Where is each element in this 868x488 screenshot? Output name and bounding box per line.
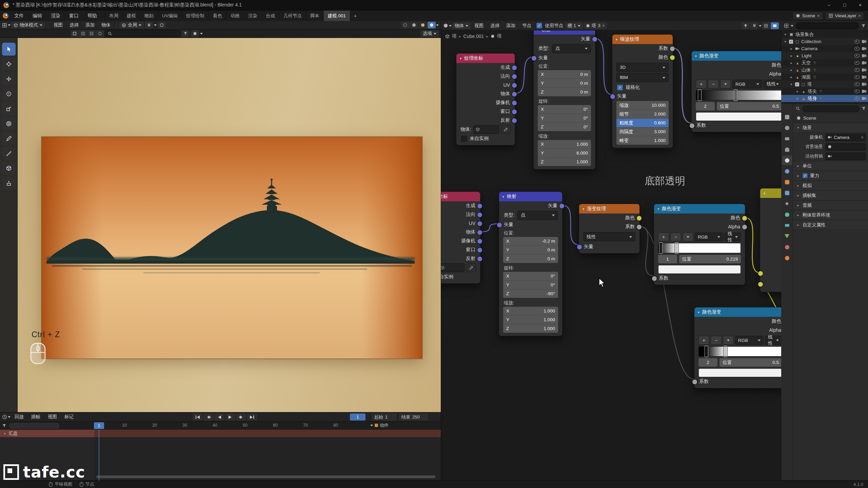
tab-geometry-nodes[interactable]: 几何节点 xyxy=(279,11,306,21)
shading-options-icon[interactable] xyxy=(436,24,439,27)
section-gravity[interactable]: ▸ ✓ 重力 xyxy=(793,171,868,181)
expand-icon[interactable]: ▸ xyxy=(789,54,793,58)
render-toggle[interactable] xyxy=(862,97,866,100)
shader-type-dropdown[interactable]: 物体 xyxy=(452,22,471,29)
stop-index-field[interactable]: 2 xyxy=(698,358,717,367)
rendered-shading-button[interactable] xyxy=(428,22,436,28)
tab-uv-editing[interactable]: UV编辑 xyxy=(158,11,182,21)
vector-output-socket[interactable] xyxy=(477,221,482,226)
channel-search-field[interactable] xyxy=(8,422,60,429)
eyedropper-button[interactable] xyxy=(501,125,511,134)
vector-input-socket[interactable] xyxy=(531,56,537,61)
stop-index-field[interactable]: 2 xyxy=(696,102,715,110)
object-field[interactable] xyxy=(441,263,465,272)
background-scene-field[interactable] xyxy=(825,143,866,151)
scale-y-field[interactable]: Y1.000 xyxy=(503,315,558,324)
object-field[interactable] xyxy=(473,125,499,134)
node-header[interactable]: ▾ 映射 xyxy=(499,192,562,201)
position-z-field[interactable]: Z0 m xyxy=(538,87,591,96)
mode-dropdown[interactable]: 物体模式 xyxy=(11,22,45,28)
active-clip-field[interactable] xyxy=(825,152,866,160)
menu-view[interactable]: 视图 xyxy=(51,21,66,29)
node-header[interactable]: ▾ 噪波纹理 xyxy=(612,35,673,44)
menu-keying[interactable]: 插帧 xyxy=(28,414,44,420)
vector-output-socket[interactable] xyxy=(477,230,482,235)
collapse-icon[interactable]: ▾ xyxy=(502,195,504,199)
tab-modifiers[interactable] xyxy=(782,188,792,198)
editor-type-icon[interactable] xyxy=(2,414,7,420)
unlink-material-icon[interactable]: × xyxy=(602,23,605,28)
node-header[interactable]: ▾ 颜色渐变 xyxy=(654,204,745,214)
maximize-button[interactable]: □ xyxy=(837,0,852,11)
minimize-button[interactable]: − xyxy=(821,0,837,11)
vector-output-socket[interactable] xyxy=(592,37,597,42)
scale-z-field[interactable]: Z1.000 xyxy=(538,157,591,166)
outliner[interactable]: ▾ ▣ 场景集合 ▾ ✓ ▢ Collection ▸ Camera ▸ ● L… xyxy=(781,21,868,104)
tab-world[interactable] xyxy=(782,166,792,176)
snap-toggle[interactable] xyxy=(145,22,153,28)
hide-toggle[interactable] xyxy=(854,47,860,50)
menu-render[interactable]: 渲染 xyxy=(46,11,65,21)
scale-x-field[interactable]: X1.000 xyxy=(538,140,591,148)
node-header[interactable]: ▾ xyxy=(760,188,781,198)
summary-channel[interactable]: ▾ 汇总 xyxy=(0,430,94,437)
value-input-socket[interactable] xyxy=(692,379,697,385)
options-dropdown[interactable]: 选项 xyxy=(420,30,439,37)
render-toggle[interactable] xyxy=(862,83,866,86)
node-texture-coordinate-1[interactable]: ▾ 纹理坐标 生成 法向 UV 物体 摄像机 窗口 反射 物体: 来自实例 xyxy=(456,53,515,145)
noise-type-dropdown[interactable]: fBM xyxy=(616,73,669,82)
vector-output-socket[interactable] xyxy=(512,65,517,70)
tab-scripting[interactable]: 脚本 xyxy=(306,11,324,21)
collection-checkbox[interactable]: ✓ xyxy=(795,82,799,86)
collapse-icon[interactable]: ▾ xyxy=(695,54,697,58)
scale-y-field[interactable]: Y6.000 xyxy=(538,148,591,157)
expand-icon[interactable]: ▾ xyxy=(3,432,7,435)
keyframe-area[interactable] xyxy=(94,437,441,481)
clear-icon[interactable]: × xyxy=(861,135,864,140)
tab-texture-paint[interactable]: 纹理绘制 xyxy=(182,11,209,21)
outliner-row-tower-tip[interactable]: ▸ ▲ 塔尖 ▽ xyxy=(781,88,868,95)
camera-field[interactable]: Camera × xyxy=(825,134,866,141)
color-input-socket[interactable] xyxy=(758,282,763,287)
tab-view-layer[interactable] xyxy=(782,145,792,154)
expand-icon[interactable]: ▸ xyxy=(789,75,793,79)
tab-compositing[interactable]: 合成 xyxy=(262,11,279,21)
frame-end-field[interactable]: 结束 250 xyxy=(399,413,428,421)
summary-keyframe-track[interactable] xyxy=(94,430,441,437)
play-button[interactable] xyxy=(225,413,235,421)
position-z-field[interactable]: Z0 m xyxy=(503,254,558,263)
tab-animation[interactable]: 动画 xyxy=(226,11,244,21)
menu-object[interactable]: 物体 xyxy=(98,21,114,29)
outliner-row-light[interactable]: ▸ ● Light xyxy=(781,52,868,59)
vector-output-socket[interactable] xyxy=(512,83,517,88)
tool-move[interactable] xyxy=(2,73,16,85)
render-toggle[interactable] xyxy=(862,76,866,79)
vector-output-socket[interactable] xyxy=(512,92,517,97)
scale-z-field[interactable]: Z1.000 xyxy=(503,324,558,333)
section-simulation[interactable]: ▸ 模拟 xyxy=(793,181,868,190)
outliner-row-mountain[interactable]: ▸ ▲ 山体 ▽ xyxy=(781,66,868,74)
outliner-row-camera[interactable]: ▸ Camera xyxy=(781,45,868,52)
ramp-stop[interactable] xyxy=(659,242,663,254)
playhead-line[interactable] xyxy=(99,430,99,481)
tab-rendering[interactable]: 渲染 xyxy=(244,11,262,21)
hide-toggle[interactable] xyxy=(854,61,860,65)
rotation-z-field[interactable]: Z0° xyxy=(538,122,591,131)
close-button[interactable]: × xyxy=(852,0,868,11)
stop-position-field[interactable]: 位置0.5 xyxy=(717,102,781,110)
expand-icon[interactable]: ▸ xyxy=(795,89,800,93)
expand-icon[interactable]: ▸ xyxy=(789,47,793,50)
vector-output-socket[interactable] xyxy=(477,256,482,262)
search-icon[interactable] xyxy=(796,106,800,111)
render-toggle[interactable] xyxy=(862,61,866,64)
tab-render[interactable] xyxy=(782,123,792,133)
collapse-icon[interactable]: ▾ xyxy=(616,38,617,41)
tool-rotate[interactable] xyxy=(2,87,16,100)
vector-output-socket[interactable] xyxy=(512,74,517,79)
node-mapping-1[interactable]: ▾ 映射 矢量 类型: 点 矢量 位置: X0 m Y0 m Z0 m 旋转: … xyxy=(533,25,595,169)
node-noise-texture[interactable]: ▾ 噪波纹理 系数 颜色 3D fBM ✓ 规格化 矢量 缩放10.000 细节… xyxy=(612,34,673,148)
outliner-row-tower[interactable]: ▾ ✓ ▢ 塔 xyxy=(781,81,868,88)
ramp-stop[interactable] xyxy=(705,346,708,357)
stop-position-field[interactable]: 位置0.5 xyxy=(719,358,781,367)
position-y-field[interactable]: Y0 m xyxy=(538,79,591,87)
